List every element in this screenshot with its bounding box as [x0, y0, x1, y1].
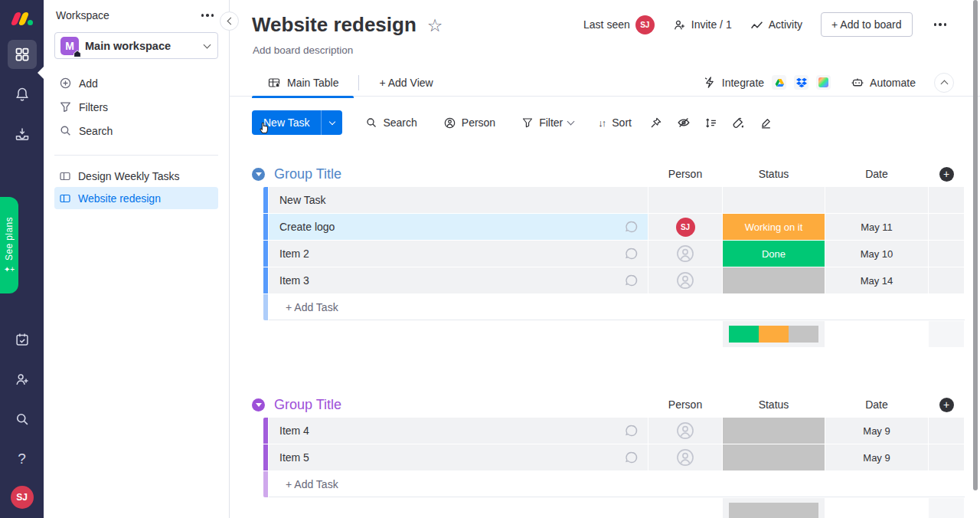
- add-task-row[interactable]: + Add Task: [263, 294, 965, 320]
- collapse-header-button[interactable]: [934, 73, 954, 93]
- task-name-cell[interactable]: Item 5: [269, 444, 648, 470]
- column-header-date[interactable]: Date: [825, 168, 928, 180]
- integrate-button[interactable]: Integrate: [704, 76, 764, 89]
- person-cell[interactable]: [648, 187, 722, 213]
- table-row[interactable]: New Task: [263, 187, 965, 213]
- rail-item-inbox[interactable]: [8, 120, 37, 149]
- pin-icon[interactable]: [644, 110, 668, 135]
- date-cell[interactable]: May 10: [825, 241, 928, 267]
- status-summary-cell[interactable]: [723, 498, 825, 518]
- person-cell[interactable]: [648, 241, 722, 267]
- workspace-more-options-button[interactable]: [198, 11, 217, 20]
- table-row[interactable]: Item 5: [263, 444, 965, 470]
- add-to-board-button[interactable]: + Add to board: [821, 12, 912, 37]
- favorite-star-icon[interactable]: ☆: [427, 15, 443, 36]
- status-summary-cell[interactable]: [723, 321, 825, 347]
- apps-color-icon[interactable]: [816, 75, 831, 90]
- tab-main-table[interactable]: Main Table: [252, 69, 354, 97]
- column-header-person[interactable]: Person: [648, 168, 722, 180]
- board-more-options-button[interactable]: [931, 20, 950, 29]
- paint-bucket-icon[interactable]: [727, 110, 751, 135]
- group-title[interactable]: Group Title: [274, 397, 341, 413]
- chat-bubble-icon[interactable]: [625, 220, 639, 234]
- last-seen-avatar[interactable]: SJ: [635, 15, 655, 34]
- page-title[interactable]: Website redesign: [252, 13, 416, 37]
- status-cell[interactable]: [723, 267, 825, 293]
- person-cell[interactable]: SJ: [648, 214, 722, 240]
- status-cell[interactable]: [723, 418, 825, 444]
- add-task-button[interactable]: + Add Task: [269, 294, 965, 320]
- new-task-dropdown-button[interactable]: [321, 110, 342, 135]
- rail-item-calendar[interactable]: [8, 325, 37, 354]
- table-row[interactable]: Item 2: [263, 241, 965, 267]
- board-description-placeholder[interactable]: Add board description: [230, 38, 980, 60]
- person-cell[interactable]: [648, 267, 722, 293]
- rail-item-invite-members[interactable]: [8, 365, 37, 394]
- add-task-button[interactable]: + Add Task: [269, 471, 965, 497]
- board-item-website-redesign[interactable]: Website redesign: [54, 187, 218, 209]
- toolbar-search-button[interactable]: Search: [358, 112, 424, 133]
- task-name-cell[interactable]: Item 3: [269, 267, 648, 293]
- row-height-icon[interactable]: [699, 110, 724, 135]
- monday-logo-icon[interactable]: [11, 11, 34, 29]
- chat-bubble-icon[interactable]: [625, 247, 639, 261]
- person-cell[interactable]: [648, 444, 722, 470]
- pen-edit-icon[interactable]: [754, 110, 779, 135]
- sidebar-collapse-button[interactable]: [220, 11, 239, 31]
- column-header-status[interactable]: Status: [723, 168, 825, 180]
- user-avatar[interactable]: SJ: [11, 486, 34, 509]
- see-plans-badge[interactable]: See plans ✦+: [0, 197, 18, 293]
- person-cell[interactable]: [648, 418, 722, 444]
- sidebar-item-filters[interactable]: Filters: [54, 95, 218, 119]
- hide-eye-icon[interactable]: [671, 110, 696, 135]
- rail-item-boards[interactable]: [8, 40, 37, 69]
- rail-item-notifications[interactable]: [8, 80, 37, 109]
- add-column-button[interactable]: +: [939, 167, 954, 182]
- status-cell[interactable]: Done: [723, 241, 825, 267]
- activity-button[interactable]: Activity: [750, 18, 802, 31]
- sidebar-item-search[interactable]: Search: [54, 119, 218, 143]
- rail-item-help[interactable]: ?: [8, 444, 37, 474]
- chat-bubble-icon[interactable]: [625, 451, 639, 464]
- task-name-cell[interactable]: Item 2: [269, 241, 648, 267]
- task-name-cell[interactable]: Item 4: [269, 418, 648, 444]
- tab-add-view[interactable]: + Add View: [364, 69, 448, 97]
- date-cell[interactable]: May 9: [825, 418, 928, 444]
- dropbox-icon[interactable]: [794, 75, 808, 90]
- summary-segment: [729, 326, 759, 343]
- add-task-row[interactable]: + Add Task: [263, 471, 965, 497]
- column-header-status[interactable]: Status: [723, 398, 825, 411]
- add-column-button[interactable]: +: [939, 398, 954, 412]
- task-name-cell[interactable]: New Task: [269, 187, 648, 213]
- chat-bubble-icon[interactable]: [625, 424, 639, 438]
- toolbar-sort-button[interactable]: ↓↑ Sort: [590, 112, 639, 133]
- sidebar-item-add[interactable]: Add: [54, 71, 218, 95]
- status-cell[interactable]: [723, 444, 825, 470]
- board-item-design-weekly-tasks[interactable]: Design Weekly Tasks: [54, 165, 218, 187]
- toolbar-filter-button[interactable]: Filter: [514, 112, 581, 133]
- date-cell[interactable]: May 14: [825, 267, 928, 293]
- date-cell[interactable]: May 9: [825, 444, 928, 470]
- table-row[interactable]: Item 4: [263, 418, 965, 444]
- google-drive-icon[interactable]: [772, 75, 786, 90]
- column-header-date[interactable]: Date: [825, 398, 928, 411]
- workspace-selector[interactable]: M Main workspace: [54, 32, 218, 59]
- group-collapse-button[interactable]: [252, 398, 265, 411]
- table-row[interactable]: Item 3: [263, 267, 965, 293]
- automate-button[interactable]: Automate: [851, 76, 916, 89]
- group-title[interactable]: Group Title: [274, 166, 341, 182]
- table-row[interactable]: Create logo SJ Working on it May 11: [263, 214, 965, 240]
- chat-bubble-icon[interactable]: [625, 274, 639, 287]
- date-cell[interactable]: [825, 187, 928, 213]
- rail-item-search[interactable]: [8, 405, 37, 434]
- invite-button[interactable]: Invite / 1: [673, 18, 732, 31]
- vertical-scrollbar[interactable]: [973, 0, 978, 490]
- column-header-person[interactable]: Person: [648, 398, 722, 411]
- group-collapse-button[interactable]: [252, 168, 265, 181]
- toolbar-person-button[interactable]: Person: [436, 112, 503, 134]
- status-cell[interactable]: [723, 187, 825, 213]
- date-cell[interactable]: May 11: [825, 214, 928, 240]
- status-cell[interactable]: Working on it: [723, 214, 825, 240]
- task-name-cell[interactable]: Create logo: [269, 214, 648, 240]
- assignee-avatar[interactable]: SJ: [676, 218, 695, 237]
